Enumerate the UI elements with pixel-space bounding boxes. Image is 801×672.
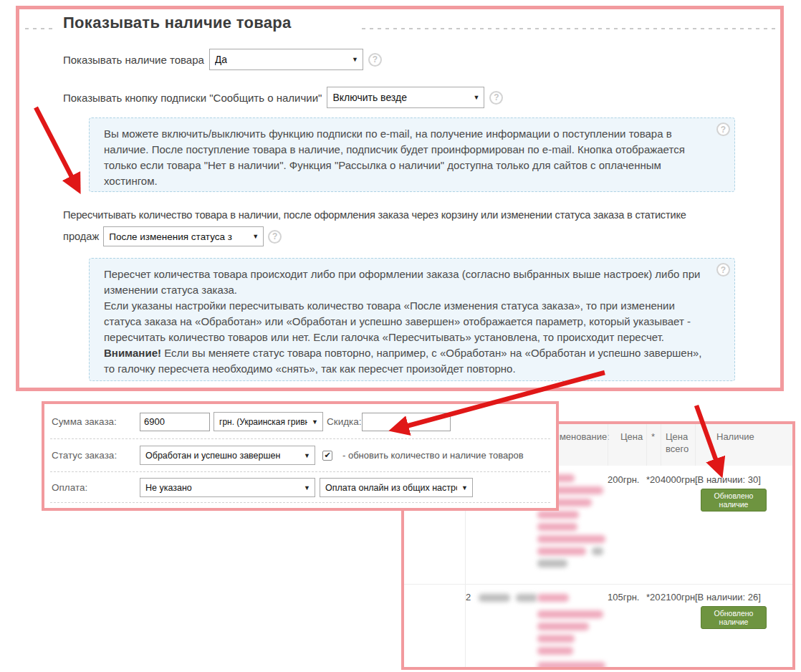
blurred-product-name xyxy=(479,585,537,670)
availability-settings-panel: Показывать наличие товара Показывать нал… xyxy=(16,6,784,391)
cell-price: 105грн. xyxy=(608,585,646,670)
form-separator xyxy=(50,502,550,503)
discount-input[interactable] xyxy=(362,413,451,431)
help-icon[interactable]: ? xyxy=(489,91,503,105)
blurred-text-line xyxy=(537,535,605,543)
question-glyph: ? xyxy=(721,262,726,278)
dropdown-arrow-icon: ▼ xyxy=(352,56,358,63)
recalc-label-line2: продаж xyxy=(63,231,99,242)
dropdown-arrow-icon: ▼ xyxy=(304,484,310,491)
subscribe-button-label: Показывать кнопку подписки "Сообщить о н… xyxy=(63,92,322,104)
blurred-text-line xyxy=(516,594,537,602)
info-box-2-paragraph-2: Если указаны настройки пересчитывать кол… xyxy=(104,298,704,345)
title-dash-left xyxy=(25,28,55,29)
order-form-panel: Сумма заказа: грн. (Украинская гривна) ▼… xyxy=(42,401,559,511)
cell-availability: [В наличии: 26] Обновлено наличие xyxy=(695,585,792,670)
col-header-qty: * xyxy=(646,424,661,466)
col-header-availability: Наличие xyxy=(695,424,792,466)
blurred-text-line xyxy=(537,511,579,519)
update-quantity-checkbox[interactable]: ✔ xyxy=(322,451,332,461)
blurred-text-line xyxy=(537,594,569,602)
blurred-text-line xyxy=(479,594,510,602)
title-dash-right xyxy=(362,28,777,29)
subscribe-button-select[interactable]: Включить везде ▼ xyxy=(327,87,484,108)
form-separator xyxy=(50,438,550,439)
update-quantity-checkbox-label: - обновить количество и наличие товаров xyxy=(342,450,524,461)
question-glyph: ? xyxy=(373,54,378,64)
warning-bold: Внимание! xyxy=(104,347,161,359)
row-number: 2 xyxy=(466,585,479,670)
blurred-text-line xyxy=(537,560,567,567)
checkbox-check-icon: ✔ xyxy=(324,451,330,460)
page: Показывать наличие товара Показывать нал… xyxy=(0,0,801,672)
blurred-text-line xyxy=(592,547,603,555)
question-glyph: ? xyxy=(272,231,277,241)
order-status-select[interactable]: Обработан и успешно завершен ▼ xyxy=(140,446,315,465)
dropdown-arrow-icon: ▼ xyxy=(473,94,479,101)
warning-text: Если вы меняете статус товара повторно, … xyxy=(104,347,701,375)
show-availability-select[interactable]: Да ▼ xyxy=(209,49,363,70)
help-icon[interactable]: ? xyxy=(716,263,730,277)
availability-updated-button[interactable]: Обновлено наличие xyxy=(701,489,767,512)
subscribe-info-box: Вы можете включить/выключить функцию под… xyxy=(89,117,735,192)
col-header-total: Ценавсего xyxy=(661,424,695,466)
blurred-text-line xyxy=(537,635,575,643)
help-icon[interactable]: ? xyxy=(368,53,382,67)
question-glyph: ? xyxy=(494,92,499,102)
recalc-info-box: Пересчет количества товара происходит ли… xyxy=(89,258,735,381)
cell-qty: *20 xyxy=(646,585,661,670)
dropdown-arrow-icon: ▼ xyxy=(312,418,318,426)
availability-updated-button[interactable]: Обновлено наличие xyxy=(701,606,767,629)
discount-label: Скидка: xyxy=(327,416,362,427)
currency-select[interactable]: грн. (Украинская гривна) ▼ xyxy=(214,412,323,431)
blurred-text-line xyxy=(537,610,603,618)
cell-price: 200грн. xyxy=(608,466,646,584)
order-sum-label: Сумма заказа: xyxy=(52,416,117,427)
cell-qty: *20 xyxy=(646,466,661,584)
info-box-1-text: Вы можете включить/выключить функцию под… xyxy=(104,128,685,187)
info-box-2-paragraph-1: Пересчет количества товара происходит ли… xyxy=(104,267,704,298)
col-header-price: Цена xyxy=(608,424,646,466)
availability-text: [В наличии: 30] xyxy=(695,474,761,485)
dropdown-arrow-icon: ▼ xyxy=(461,484,468,491)
help-icon[interactable]: ? xyxy=(268,230,282,244)
blurred-text-line xyxy=(537,647,573,655)
recalc-mode-select[interactable]: После изменения статуса з ▼ xyxy=(103,226,264,246)
order-status-label: Статус заказа: xyxy=(52,450,117,461)
order-sum-input[interactable] xyxy=(140,413,210,431)
form-separator xyxy=(50,471,550,472)
table-row: 2 105грн. *20 2100грн. [В наличии: 26] xyxy=(404,584,792,670)
cell-total: 2100грн. xyxy=(661,585,695,670)
info-box-2-warning: Внимание! Если вы меняете статус товара … xyxy=(104,345,704,377)
blurred-text-line xyxy=(537,547,586,555)
recalc-label-line1: Пересчитывать количество товара в наличи… xyxy=(63,209,780,221)
page-title: Показывать наличие товара xyxy=(63,14,292,32)
payment-label: Оплата: xyxy=(52,482,87,493)
dropdown-arrow-icon: ▼ xyxy=(304,452,310,459)
show-availability-label: Показывать наличие товара xyxy=(63,54,204,66)
dropdown-arrow-icon: ▼ xyxy=(252,233,259,240)
help-icon[interactable]: ? xyxy=(716,123,730,136)
cell-availability: [В наличии: 30] Обновлено наличие xyxy=(695,466,792,584)
blurred-product-links xyxy=(537,585,608,670)
payment-method-select[interactable]: Оплата онлайн из общих настроек ( ▼ xyxy=(320,478,473,497)
blurred-text-line xyxy=(537,662,605,670)
cell-total: 4000грн. xyxy=(661,466,695,584)
question-glyph: ? xyxy=(721,122,726,138)
payment-select[interactable]: Не указано ▼ xyxy=(140,478,315,497)
blurred-text-line xyxy=(537,523,577,531)
blurred-text-line xyxy=(537,623,589,630)
availability-text: [В наличии: 26] xyxy=(695,592,761,603)
